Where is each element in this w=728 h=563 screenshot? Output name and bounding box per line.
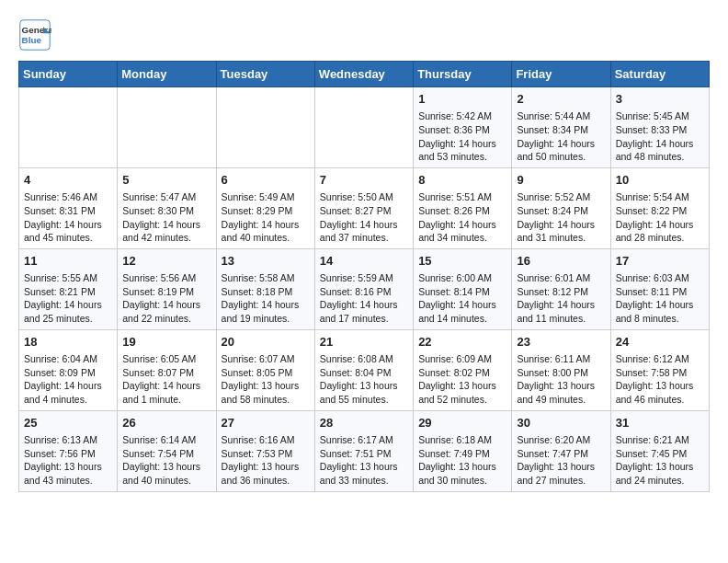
header-friday: Friday [512,62,610,87]
day-info: Sunrise: 6:21 AM [616,433,704,447]
day-info: Sunset: 8:12 PM [517,285,605,299]
day-info: and 31 minutes. [517,231,605,245]
day-info: and 53 minutes. [418,150,506,164]
day-info: and 30 minutes. [418,474,506,488]
logo-icon: General Blue [18,18,51,52]
calendar-cell: 5Sunrise: 5:47 AMSunset: 8:30 PMDaylight… [118,167,216,248]
calendar-cell: 14Sunrise: 5:59 AMSunset: 8:16 PMDayligh… [314,248,413,329]
day-info: Sunrise: 5:42 AM [418,109,506,123]
day-info: Sunset: 8:21 PM [24,285,112,299]
day-info: Sunset: 8:05 PM [222,366,310,380]
day-info: and 43 minutes. [24,474,112,488]
day-info: Sunrise: 6:04 AM [24,352,112,366]
calendar-cell: 29Sunrise: 6:18 AMSunset: 7:49 PMDayligh… [414,410,512,491]
day-number: 4 [24,172,112,189]
day-info: Sunset: 8:00 PM [517,366,605,380]
day-info: and 27 minutes. [517,474,605,488]
calendar-table: SundayMondayTuesdayWednesdayThursdayFrid… [18,61,710,492]
day-info: Daylight: 13 hours [122,460,210,474]
day-info: Sunset: 8:14 PM [418,285,506,299]
calendar-cell: 10Sunrise: 5:54 AMSunset: 8:22 PMDayligh… [610,167,709,248]
day-info: Daylight: 14 hours [222,218,310,232]
day-info: Daylight: 13 hours [24,460,112,474]
day-info: Daylight: 13 hours [418,460,506,474]
header-thursday: Thursday [414,62,512,87]
day-info: Daylight: 14 hours [24,218,112,232]
day-info: Daylight: 14 hours [24,298,112,312]
day-info: Daylight: 13 hours [616,460,704,474]
day-info: Sunrise: 6:18 AM [418,433,506,447]
calendar-cell: 1Sunrise: 5:42 AMSunset: 8:36 PMDaylight… [414,87,512,168]
day-info: Sunset: 8:31 PM [24,204,112,218]
calendar-cell: 30Sunrise: 6:20 AMSunset: 7:47 PMDayligh… [512,410,610,491]
day-info: Sunrise: 6:20 AM [517,433,605,447]
day-info: Sunrise: 5:47 AM [122,190,210,204]
day-number: 12 [122,253,210,270]
day-info: Daylight: 14 hours [418,137,506,151]
calendar-cell: 24Sunrise: 6:12 AMSunset: 7:58 PMDayligh… [610,329,709,410]
day-info: Daylight: 14 hours [418,298,506,312]
day-info: and 19 minutes. [222,312,310,326]
day-info: and 49 minutes. [517,393,605,407]
header-wednesday: Wednesday [314,62,413,87]
day-info: Sunrise: 5:50 AM [320,190,408,204]
day-info: Sunrise: 6:09 AM [418,352,506,366]
calendar-cell: 17Sunrise: 6:03 AMSunset: 8:11 PMDayligh… [610,248,709,329]
day-info: and 22 minutes. [122,312,210,326]
day-info: Daylight: 14 hours [517,298,605,312]
calendar-cell: 26Sunrise: 6:14 AMSunset: 7:54 PMDayligh… [118,410,216,491]
header-tuesday: Tuesday [216,62,314,87]
calendar-cell: 22Sunrise: 6:09 AMSunset: 8:02 PMDayligh… [414,329,512,410]
day-info: Daylight: 14 hours [24,379,112,393]
day-info: Daylight: 14 hours [616,218,704,232]
day-info: and 1 minute. [122,393,210,407]
day-info: Sunrise: 6:16 AM [222,433,310,447]
day-info: Daylight: 13 hours [320,379,408,393]
day-info: Sunset: 7:54 PM [122,447,210,461]
day-info: Sunrise: 5:49 AM [222,190,310,204]
day-info: Sunrise: 5:44 AM [517,109,605,123]
day-info: Sunrise: 6:05 AM [122,352,210,366]
day-info: Sunset: 8:33 PM [616,123,704,137]
day-info: and 50 minutes. [517,150,605,164]
day-info: Sunset: 7:58 PM [616,366,704,380]
day-info: Sunset: 8:36 PM [418,123,506,137]
day-info: Sunset: 8:11 PM [616,285,704,299]
day-info: and 46 minutes. [616,393,704,407]
calendar-cell: 15Sunrise: 6:00 AMSunset: 8:14 PMDayligh… [414,248,512,329]
day-number: 14 [320,253,408,270]
day-number: 29 [418,415,506,431]
calendar-cell: 12Sunrise: 5:56 AMSunset: 8:19 PMDayligh… [118,248,216,329]
day-info: Daylight: 14 hours [122,298,210,312]
day-info: and 37 minutes. [320,231,408,245]
day-info: and 45 minutes. [24,231,112,245]
day-info: Daylight: 13 hours [517,460,605,474]
day-number: 26 [122,415,210,431]
day-info: Sunset: 8:27 PM [320,204,408,218]
calendar-cell: 8Sunrise: 5:51 AMSunset: 8:26 PMDaylight… [414,167,512,248]
day-info: Sunset: 8:22 PM [616,204,704,218]
day-number: 1 [418,91,506,108]
day-number: 2 [517,91,605,108]
calendar-week-row: 25Sunrise: 6:13 AMSunset: 7:56 PMDayligh… [19,410,710,491]
day-info: Sunrise: 6:13 AM [24,433,112,447]
day-number: 17 [616,253,704,270]
day-info: Daylight: 13 hours [517,379,605,393]
svg-text:Blue: Blue [22,35,42,45]
day-number: 20 [222,334,310,350]
day-number: 31 [616,415,704,431]
day-info: and 58 minutes. [222,393,310,407]
day-info: Sunrise: 6:14 AM [122,433,210,447]
day-info: Sunrise: 6:03 AM [616,271,704,285]
calendar-cell: 2Sunrise: 5:44 AMSunset: 8:34 PMDaylight… [512,87,610,168]
day-info: Daylight: 13 hours [222,460,310,474]
calendar-cell: 4Sunrise: 5:46 AMSunset: 8:31 PMDaylight… [19,167,118,248]
day-info: and 11 minutes. [517,312,605,326]
day-info: Sunrise: 6:11 AM [517,352,605,366]
day-info: and 8 minutes. [616,312,704,326]
day-info: Sunset: 8:18 PM [222,285,310,299]
header-monday: Monday [118,62,216,87]
calendar-cell: 21Sunrise: 6:08 AMSunset: 8:04 PMDayligh… [314,329,413,410]
day-info: Daylight: 13 hours [616,379,704,393]
day-info: Sunrise: 6:07 AM [222,352,310,366]
